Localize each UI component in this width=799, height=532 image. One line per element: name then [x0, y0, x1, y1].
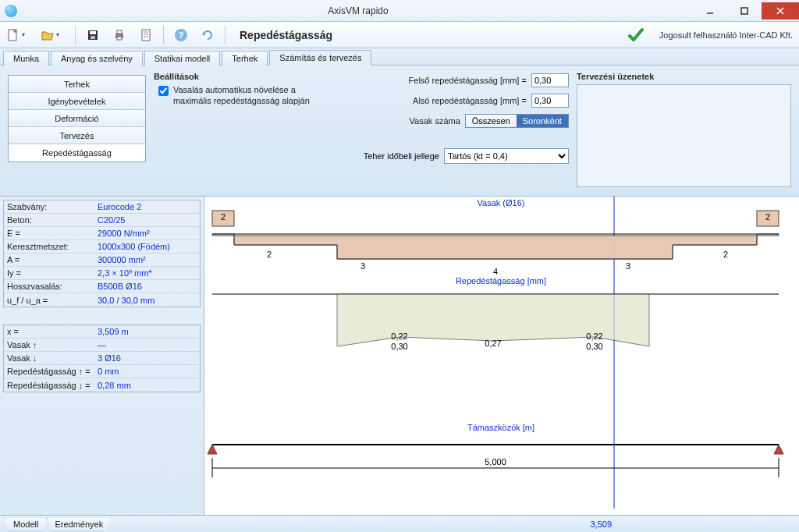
svg-marker-6: [42, 32, 53, 40]
chevron-down-icon: ▾: [56, 31, 59, 38]
chart-title-crack: Repedéstágasság [mm]: [456, 276, 546, 286]
cursor-x-readout: 3,509: [590, 520, 612, 529]
main-tab[interactable]: Statikai modell: [144, 51, 221, 66]
sub-tab[interactable]: Tervezés: [9, 127, 145, 144]
sub-tabs: TerhekIgénybevételekDeformációTervezésRe…: [8, 75, 146, 162]
app-icon: [5, 5, 17, 17]
svg-text:2: 2: [267, 250, 272, 259]
top-crack-input[interactable]: [531, 73, 569, 87]
report-button[interactable]: [137, 26, 155, 44]
svg-rect-8: [90, 31, 96, 34]
chart-title-span: Támaszközök [m]: [467, 423, 534, 432]
svg-text:0,27: 0,27: [485, 339, 501, 348]
svg-text:3: 3: [360, 261, 365, 271]
sub-tab[interactable]: Terhek: [9, 76, 145, 93]
property-row: Szabvány:Eurocode 2: [4, 200, 200, 214]
svg-rect-12: [117, 37, 122, 40]
svg-rect-11: [117, 30, 122, 34]
property-row: Hosszvasalás:B500B Ø16: [4, 280, 200, 293]
sub-tab[interactable]: Igénybevételek: [9, 93, 145, 110]
auto-increase-label: Vasalás automatikus növelése a maximális…: [173, 84, 325, 106]
svg-marker-39: [208, 445, 217, 454]
svg-rect-13: [142, 30, 150, 41]
svg-text:2: 2: [765, 212, 770, 222]
svg-text:0,22: 0,22: [586, 332, 602, 341]
chart-title-bars: Vasak (Ø16): [478, 198, 525, 207]
diagram-canvas: Vasak (Ø16) 2 2 2 3 4 3 2 Repedéstágassá…: [204, 197, 799, 515]
property-row: Vasak ↓3 Ø16: [4, 352, 200, 365]
close-button[interactable]: [762, 2, 799, 20]
svg-text:0,30: 0,30: [586, 342, 602, 351]
main-tab[interactable]: Számítás és tervezés: [269, 50, 371, 66]
open-button[interactable]: ▾: [41, 26, 67, 44]
refresh-button[interactable]: [198, 26, 217, 44]
svg-text:5,000: 5,000: [485, 457, 506, 466]
svg-rect-1: [741, 8, 748, 14]
window-title: AxisVM rapido: [23, 5, 693, 16]
page-title: Repedéstágasság: [240, 29, 332, 41]
main-tab[interactable]: Munka: [3, 51, 49, 66]
svg-text:0,30: 0,30: [391, 342, 407, 351]
save-button[interactable]: [83, 26, 102, 44]
bottom-tabs: Modell Eredmények 3,509: [0, 515, 799, 532]
bars-perrow-option[interactable]: Soronként: [517, 115, 568, 127]
print-button[interactable]: [110, 26, 129, 44]
top-crack-label: Felső repedéstágasság [mm] =: [409, 76, 527, 85]
property-row: Repedéstágasság ↑ =0 mm: [4, 365, 200, 378]
svg-text:0,22: 0,22: [391, 332, 407, 341]
toolbar: ▾ ▾ ? Repedéstágasság Jogosult felhaszná…: [0, 22, 799, 48]
svg-text:3: 3: [626, 261, 630, 271]
minimize-button[interactable]: [693, 2, 727, 20]
property-row: x =3,509 m: [4, 325, 200, 339]
property-row: Keresztmetszet:1000x300 (Födém): [4, 240, 200, 254]
bars-count-toggle[interactable]: Összesen Soronként: [465, 114, 569, 128]
bars-total-option[interactable]: Összesen: [466, 115, 517, 127]
sub-tab[interactable]: Deformáció: [9, 110, 145, 127]
sub-tab[interactable]: Repedéstágasság: [9, 144, 145, 161]
main-tabs: MunkaAnyag és szelvényStatikai modellTer…: [0, 48, 799, 66]
svg-rect-9: [91, 36, 95, 39]
property-row: E =29000 N/mm²: [4, 227, 200, 240]
bottom-crack-label: Alsó repedéstágasság [mm] =: [413, 96, 527, 105]
bars-count-label: Vasak száma: [410, 116, 460, 126]
svg-text:4: 4: [493, 267, 498, 276]
load-duration-label: Teher időbeli jellege: [364, 151, 439, 161]
messages-title: Tervezési üzenetek: [577, 72, 791, 81]
properties-panel: Szabvány:Eurocode 2Beton:C20/25E =29000 …: [0, 197, 204, 515]
property-row: Vasak ↑—: [4, 339, 200, 352]
property-row: Beton:C20/25: [4, 214, 200, 227]
chevron-down-icon: ▾: [22, 31, 25, 38]
svg-text:2: 2: [723, 250, 728, 259]
auto-increase-checkbox[interactable]: [158, 86, 169, 96]
messages-box: [577, 84, 791, 187]
property-row: u_f / u_a =30,0 / 30,0 mm: [4, 293, 200, 307]
titlebar: AxisVM rapido: [0, 0, 799, 22]
check-icon: [627, 26, 645, 44]
svg-text:?: ?: [179, 30, 184, 40]
svg-text:2: 2: [221, 212, 225, 222]
main-tab[interactable]: Anyag és szelvény: [51, 51, 143, 66]
maximize-button[interactable]: [727, 2, 762, 20]
property-row: A =300000 mm²: [4, 254, 200, 267]
property-row: Iy =2,3 × 10⁹ mm⁴: [4, 267, 200, 280]
license-label: Jogosult felhasználó Inter-CAD Kft.: [659, 30, 793, 40]
property-row: Repedéstágasság ↓ =0,28 mm: [4, 378, 200, 392]
svg-marker-40: [774, 445, 783, 454]
bottom-crack-input[interactable]: [531, 94, 569, 108]
tab-results[interactable]: Eredmények: [46, 517, 112, 531]
new-button[interactable]: ▾: [6, 26, 33, 44]
settings-title: Beállítások: [154, 72, 325, 81]
tab-model[interactable]: Modell: [5, 517, 47, 531]
main-tab[interactable]: Terhek: [222, 51, 268, 66]
load-duration-select[interactable]: Tartós (kt = 0,4): [444, 148, 569, 164]
help-button[interactable]: ?: [172, 26, 190, 44]
